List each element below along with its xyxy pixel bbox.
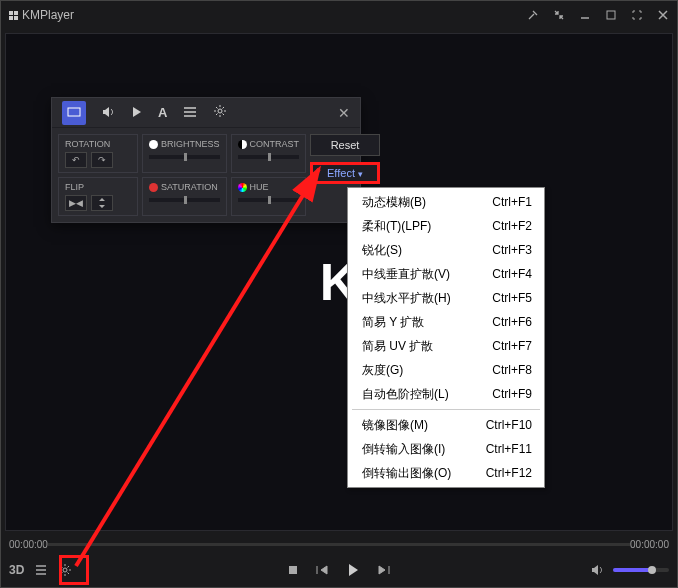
flip-box: FLIP ▶◀	[58, 177, 138, 216]
window-controls	[527, 9, 669, 21]
volume-icon[interactable]	[591, 564, 605, 576]
menu-item-shortcut: Ctrl+F3	[492, 241, 532, 259]
saturation-label: SATURATION	[161, 182, 218, 192]
menu-item-shortcut: Ctrl+F9	[492, 385, 532, 403]
menu-item[interactable]: 倒转输出图像(O)Ctrl+F12	[348, 461, 544, 485]
menu-item-label: 柔和(T)(LPF)	[362, 217, 431, 235]
app-logo: KMPlayer	[9, 8, 74, 22]
menu-item[interactable]: 动态模糊(B)Ctrl+F1	[348, 190, 544, 214]
rotation-box: ROTATION ↶ ↷	[58, 134, 138, 173]
bottom-right-group	[591, 564, 669, 576]
rotation-label: ROTATION	[65, 139, 131, 149]
rotate-ccw-button[interactable]: ↶	[65, 152, 87, 168]
menu-item-label: 倒转输出图像(O)	[362, 464, 451, 482]
compact-icon[interactable]	[553, 9, 565, 21]
effect-button[interactable]: Effect ▾	[310, 162, 380, 184]
play-button[interactable]	[345, 562, 361, 578]
three-d-button[interactable]: 3D	[9, 563, 24, 577]
svg-rect-2	[289, 566, 297, 574]
reset-button[interactable]: Reset	[310, 134, 380, 156]
rotate-cw-button[interactable]: ↷	[91, 152, 113, 168]
tab-screen-icon[interactable]	[62, 101, 86, 125]
hue-label: HUE	[250, 182, 269, 192]
menu-item[interactable]: 自动色阶控制(L)Ctrl+F9	[348, 382, 544, 406]
brightness-box: BRIGHTNESS	[142, 134, 227, 173]
menu-item[interactable]: 灰度(G)Ctrl+F8	[348, 358, 544, 382]
menu-item-shortcut: Ctrl+F2	[492, 217, 532, 235]
contrast-slider[interactable]	[238, 155, 300, 159]
flip-label: FLIP	[65, 182, 131, 192]
fullscreen-icon[interactable]	[631, 9, 643, 21]
contrast-label: CONTRAST	[250, 139, 300, 149]
tab-play-icon[interactable]	[132, 104, 142, 122]
menu-item-shortcut: Ctrl+F10	[486, 416, 532, 434]
brightness-label: BRIGHTNESS	[161, 139, 220, 149]
menu-item[interactable]: 中线水平扩散(H)Ctrl+F5	[348, 286, 544, 310]
menu-item-label: 中线水平扩散(H)	[362, 289, 451, 307]
menu-item[interactable]: 锐化(S)Ctrl+F3	[348, 238, 544, 262]
menu-item-shortcut: Ctrl+F6	[492, 313, 532, 331]
flip-v-button[interactable]	[91, 195, 113, 211]
menu-item-shortcut: Ctrl+F1	[492, 193, 532, 211]
menu-item[interactable]: 镜像图像(M)Ctrl+F10	[348, 413, 544, 437]
panel-close-button[interactable]: ✕	[338, 105, 350, 121]
panel-body: ROTATION ↶ ↷ BRIGHTNESS CONTRAST Reset E…	[52, 128, 360, 222]
menu-item-label: 简易 Y 扩散	[362, 313, 424, 331]
effect-context-menu: 动态模糊(B)Ctrl+F1柔和(T)(LPF)Ctrl+F2锐化(S)Ctrl…	[347, 187, 545, 488]
menu-item-shortcut: Ctrl+F8	[492, 361, 532, 379]
tab-settings-icon[interactable]	[213, 104, 227, 122]
minimize-icon[interactable]	[579, 9, 591, 21]
hue-box: HUE	[231, 177, 307, 216]
menu-item-label: 中线垂直扩散(V)	[362, 265, 450, 283]
menu-item-shortcut: Ctrl+F12	[486, 464, 532, 482]
panel-tabs: A ✕	[52, 98, 360, 128]
video-effects-panel: A ✕ ROTATION ↶ ↷ BRIGHTNESS CONTRAST	[51, 97, 361, 223]
prev-button[interactable]	[315, 564, 329, 576]
saturation-slider[interactable]	[149, 198, 220, 202]
tab-list-icon[interactable]	[183, 104, 197, 122]
tab-audio-icon[interactable]	[102, 104, 116, 122]
pin-icon[interactable]	[527, 9, 539, 21]
menu-item-label: 灰度(G)	[362, 361, 403, 379]
gear-icon[interactable]	[58, 563, 72, 577]
menu-item[interactable]: 简易 UV 扩散Ctrl+F7	[348, 334, 544, 358]
seek-row: 00:00:00 00:00:00	[1, 535, 677, 553]
next-button[interactable]	[377, 564, 391, 576]
contrast-box: CONTRAST	[231, 134, 307, 173]
menu-item-label: 动态模糊(B)	[362, 193, 426, 211]
menu-item[interactable]: 柔和(T)(LPF)Ctrl+F2	[348, 214, 544, 238]
maximize-icon[interactable]	[605, 9, 617, 21]
svg-rect-0	[607, 11, 615, 19]
app-title: KMPlayer	[22, 8, 74, 22]
svg-point-1	[63, 568, 67, 572]
menu-item[interactable]: 简易 Y 扩散Ctrl+F6	[348, 310, 544, 334]
close-icon[interactable]	[657, 9, 669, 21]
menu-item-label: 镜像图像(M)	[362, 416, 428, 434]
menu-item-label: 倒转输入图像(I)	[362, 440, 445, 458]
tab-subtitle-icon[interactable]: A	[158, 105, 167, 120]
bottom-bar: 3D	[1, 553, 677, 587]
playback-controls	[287, 562, 391, 578]
seek-bar[interactable]	[48, 543, 630, 546]
menu-item-label: 自动色阶控制(L)	[362, 385, 449, 403]
menu-separator	[352, 409, 540, 410]
bottom-left-group: 3D	[9, 563, 72, 577]
elapsed-time: 00:00:00	[9, 539, 48, 550]
svg-rect-3	[68, 108, 80, 116]
stop-button[interactable]	[287, 564, 299, 576]
menu-item-shortcut: Ctrl+F4	[492, 265, 532, 283]
menu-item[interactable]: 倒转输入图像(I)Ctrl+F11	[348, 437, 544, 461]
flip-h-button[interactable]: ▶◀	[65, 195, 87, 211]
kmplayer-window: KMPlayer K 00:00:00 00:00:00 3D	[0, 0, 678, 588]
menu-item-shortcut: Ctrl+F5	[492, 289, 532, 307]
brightness-slider[interactable]	[149, 155, 220, 159]
menu-item-label: 锐化(S)	[362, 241, 402, 259]
menu-item-shortcut: Ctrl+F11	[486, 440, 532, 458]
svg-point-4	[218, 109, 222, 113]
menu-item[interactable]: 中线垂直扩散(V)Ctrl+F4	[348, 262, 544, 286]
playlist-icon[interactable]	[34, 563, 48, 577]
volume-slider[interactable]	[613, 568, 669, 572]
titlebar: KMPlayer	[1, 1, 677, 29]
hue-slider[interactable]	[238, 198, 300, 202]
total-time: 00:00:00	[630, 539, 669, 550]
